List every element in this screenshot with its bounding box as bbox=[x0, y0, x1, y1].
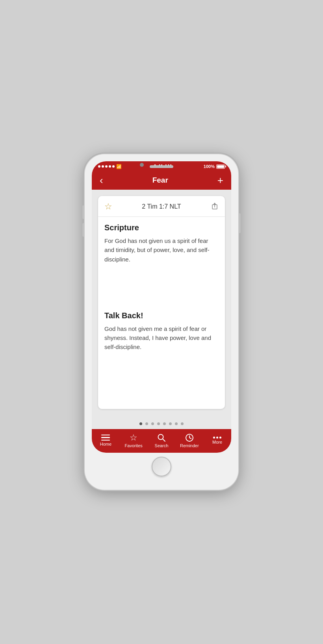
page-dot-2[interactable] bbox=[145, 422, 148, 425]
tab-search-label: Search bbox=[155, 443, 169, 448]
tab-more[interactable]: More bbox=[206, 437, 229, 444]
signal-dot-4 bbox=[109, 165, 111, 168]
nav-bar: ‹ Fear + bbox=[92, 171, 231, 190]
card-body: Scripture For God has not given us a spi… bbox=[98, 217, 225, 360]
clock-icon bbox=[185, 433, 194, 442]
scripture-text: For God has not given us a spirit of fea… bbox=[104, 236, 219, 264]
svg-line-3 bbox=[163, 439, 165, 441]
signal-dot-2 bbox=[102, 165, 104, 168]
home-button[interactable] bbox=[152, 457, 171, 476]
favorites-star-icon: ☆ bbox=[130, 433, 137, 442]
page-dot-6[interactable] bbox=[169, 422, 172, 425]
status-left: 📶 bbox=[98, 164, 122, 169]
verse-card: ☆ 2 Tim 1:7 NLT Scripture For God has no… bbox=[98, 196, 225, 409]
signal-dot-3 bbox=[105, 165, 108, 168]
talk-back-text: God has not given me a spirit of fear or… bbox=[104, 324, 219, 352]
page-dot-1[interactable] bbox=[139, 422, 142, 425]
content-area: ☆ 2 Tim 1:7 NLT Scripture For God has no… bbox=[92, 190, 231, 418]
verse-reference: 2 Tim 1:7 NLT bbox=[142, 203, 181, 210]
tab-more-label: More bbox=[212, 440, 222, 444]
back-button[interactable]: ‹ bbox=[100, 175, 103, 185]
wifi-icon: 📶 bbox=[116, 164, 122, 169]
page-dot-4[interactable] bbox=[157, 422, 160, 425]
share-button[interactable] bbox=[211, 202, 219, 212]
search-icon bbox=[157, 433, 166, 442]
scripture-heading: Scripture bbox=[104, 223, 219, 232]
tab-home[interactable]: Home bbox=[94, 435, 117, 447]
status-right: 100% bbox=[204, 164, 225, 169]
battery-percent: 100% bbox=[204, 164, 215, 169]
signal-dots bbox=[98, 165, 115, 168]
share-icon bbox=[211, 202, 219, 210]
tab-search[interactable]: Search bbox=[150, 433, 173, 448]
vol-up-button bbox=[82, 205, 84, 219]
power-button bbox=[239, 213, 241, 233]
page-dot-7[interactable] bbox=[175, 422, 178, 425]
talk-back-heading: Talk Back! bbox=[104, 311, 219, 320]
battery-fill bbox=[217, 165, 224, 168]
page-dot-8[interactable] bbox=[181, 422, 184, 425]
home-btn-area bbox=[92, 453, 231, 483]
page-dot-3[interactable] bbox=[151, 422, 154, 425]
tab-reminder-label: Reminder bbox=[180, 443, 199, 448]
favorite-star-icon[interactable]: ☆ bbox=[104, 202, 112, 212]
page-title: Fear bbox=[152, 176, 168, 185]
camera bbox=[140, 163, 144, 167]
phone-screen: 📶 9:41 AM 100% ‹ Fear + ☆ 2 Tim 1:7 NLT bbox=[92, 161, 231, 453]
pagination-dots bbox=[92, 418, 231, 429]
spacer bbox=[104, 264, 219, 311]
tab-home-label: Home bbox=[100, 442, 111, 446]
tab-bar: Home ☆ Favorites Search bbox=[92, 429, 231, 453]
signal-dot-5 bbox=[112, 165, 115, 168]
tab-favorites-label: Favorites bbox=[125, 443, 143, 448]
card-header: ☆ 2 Tim 1:7 NLT bbox=[98, 196, 225, 217]
vol-down-button bbox=[82, 223, 84, 237]
page-dot-5[interactable] bbox=[163, 422, 166, 425]
more-dots-icon bbox=[213, 437, 221, 439]
tab-reminder[interactable]: Reminder bbox=[178, 433, 201, 448]
speaker bbox=[150, 165, 173, 168]
battery-icon bbox=[216, 164, 225, 169]
home-icon bbox=[101, 435, 110, 441]
phone-frame: 📶 9:41 AM 100% ‹ Fear + ☆ 2 Tim 1:7 NLT bbox=[85, 154, 238, 490]
signal-dot-1 bbox=[98, 165, 100, 168]
add-button[interactable]: + bbox=[217, 175, 223, 185]
tab-favorites[interactable]: ☆ Favorites bbox=[122, 433, 145, 448]
